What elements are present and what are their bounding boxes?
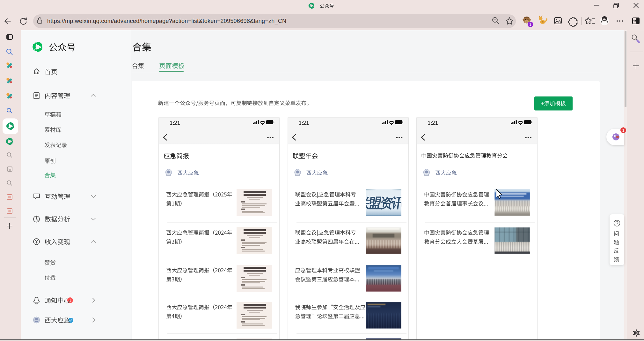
svg-text:联盟资讯: 联盟资讯 xyxy=(366,195,401,210)
